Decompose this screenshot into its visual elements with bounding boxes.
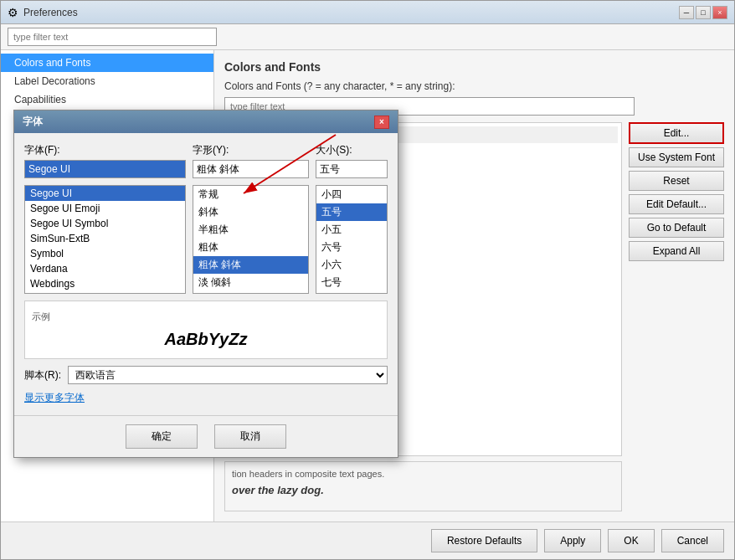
desc-text: tion headers in composite text pages. — [232, 469, 384, 479]
style-semi-bold-oblique[interactable]: 半粗体 倾斜 — [193, 291, 308, 294]
sidebar-item-colors-fonts[interactable]: Colors and Fonts — [1, 54, 213, 72]
font-style-col: 字形(Y): — [193, 143, 309, 178]
font-size-col: 大小(S): — [316, 143, 388, 178]
maximize-button[interactable]: □ — [696, 6, 711, 19]
go-to-default-button[interactable]: Go to Default — [629, 218, 724, 238]
reset-button[interactable]: Reset — [629, 171, 724, 191]
apply-button[interactable]: Apply — [544, 529, 601, 552]
bottom-buttons: Restore Defaults Apply OK Cancel — [1, 521, 734, 559]
size-small5[interactable]: 小五 — [316, 221, 387, 239]
font-dialog-ok-button[interactable]: 确定 — [126, 424, 198, 449]
edit-button[interactable]: Edit... — [629, 122, 724, 144]
font-style-label: 字形(Y): — [193, 143, 309, 157]
minimize-button[interactable]: ─ — [679, 6, 694, 19]
list-item-verdana[interactable]: Verdana — [25, 261, 185, 276]
font-dialog-buttons: 确定 取消 — [14, 415, 398, 457]
list-item-simsun-extb[interactable]: SimSun-ExtB — [25, 231, 185, 246]
font-size-list-col: 小四 五号 小五 六号 小六 七号 八号 — [316, 185, 388, 294]
search-bar — [1, 24, 734, 50]
font-dialog-titlebar: 字体 × — [14, 110, 398, 133]
cancel-button[interactable]: Cancel — [661, 529, 724, 552]
font-style-input[interactable] — [193, 160, 309, 178]
font-dialog-cancel-button[interactable]: 取消 — [214, 424, 286, 449]
sidebar-item-label-decorations[interactable]: Label Decorations — [1, 72, 213, 90]
font-lists-row: Segoe UI Segoe UI Emoji Segoe UI Symbol … — [24, 185, 388, 294]
restore-defaults-button[interactable]: Restore Defaults — [431, 529, 537, 552]
window-title: Preferences — [23, 7, 78, 18]
style-light-oblique[interactable]: 淡 倾斜 — [193, 274, 308, 291]
style-regular[interactable]: 常规 — [193, 186, 308, 203]
title-bar-buttons: ─ □ × — [679, 6, 727, 19]
font-script-select[interactable]: 西欧语言 — [68, 366, 388, 384]
font-style-list-col: 常规 斜体 半粗体 粗体 粗体 斜体 淡 倾斜 半粗体 倾斜 — [193, 185, 309, 294]
right-action-buttons: Edit... Use System Font Reset Edit Defau… — [629, 122, 724, 511]
font-dialog-title-text: 字体 — [23, 115, 43, 129]
font-dialog-body: 字体(F): 字形(Y): 大小(S): Segoe UI — [14, 133, 398, 415]
expand-all-button[interactable]: Expand All — [629, 241, 724, 261]
font-headers-row: 字体(F): 字形(Y): 大小(S): — [24, 143, 388, 178]
font-preview-box: 示例 AaBbYyZz — [24, 301, 388, 359]
list-item-symbol[interactable]: Symbol — [25, 246, 185, 261]
font-size-list[interactable]: 小四 五号 小五 六号 小六 七号 八号 — [316, 185, 388, 294]
preview-sample-text: AaBbYyZz — [165, 330, 248, 349]
title-bar-left: ⚙ Preferences — [8, 6, 78, 19]
list-item-segoe-ui[interactable]: Segoe UI — [25, 186, 185, 201]
font-script-label: 脚本(R): — [24, 368, 61, 383]
font-size-label: 大小(S): — [316, 143, 388, 157]
font-dialog-close-button[interactable]: × — [374, 116, 389, 129]
title-bar: ⚙ Preferences ─ □ × — [1, 1, 734, 24]
panel-title: Colors and Fonts — [224, 60, 724, 74]
panel-subtitle: Colors and Fonts (? = any character, * =… — [224, 80, 724, 92]
show-more-fonts-link[interactable]: 显示更多字体 — [24, 391, 388, 405]
description-area: tion headers in composite text pages. ov… — [224, 461, 622, 511]
font-size-input[interactable] — [316, 160, 388, 178]
close-button[interactable]: × — [712, 6, 727, 19]
font-script-row: 脚本(R): 西欧语言 — [24, 366, 388, 384]
search-input[interactable] — [8, 28, 217, 46]
style-semi-bold[interactable]: 半粗体 — [193, 221, 308, 239]
main-window: ⚙ Preferences ─ □ × Colors and Fonts Lab… — [0, 0, 735, 560]
font-family-list-col: Segoe UI Segoe UI Emoji Segoe UI Symbol … — [24, 185, 186, 294]
size-5[interactable]: 五号 — [316, 203, 387, 221]
edit-default-button[interactable]: Edit Default... — [629, 194, 724, 214]
size-8[interactable]: 八号 — [316, 291, 387, 294]
font-dialog: 字体 × 字体(F): 字形(Y): 大小(S): — [13, 110, 398, 458]
ok-button[interactable]: OK — [608, 529, 654, 552]
app-icon: ⚙ — [8, 6, 18, 19]
preview-label: 示例 — [32, 311, 50, 323]
style-italic[interactable]: 斜体 — [193, 203, 308, 221]
size-small4[interactable]: 小四 — [316, 186, 387, 203]
list-item-webdings[interactable]: Webdings — [25, 276, 185, 291]
size-6[interactable]: 六号 — [316, 239, 387, 256]
font-family-list[interactable]: Segoe UI Segoe UI Emoji Segoe UI Symbol … — [24, 185, 186, 294]
sidebar-item-capabilities[interactable]: Capabilities — [1, 90, 213, 109]
style-bold[interactable]: 粗体 — [193, 239, 308, 256]
preview-text: over the lazy dog. — [232, 484, 614, 496]
use-system-font-button[interactable]: Use System Font — [629, 147, 724, 167]
font-style-list[interactable]: 常规 斜体 半粗体 粗体 粗体 斜体 淡 倾斜 半粗体 倾斜 — [193, 185, 309, 294]
font-family-col: 字体(F): — [24, 143, 186, 178]
size-7[interactable]: 七号 — [316, 274, 387, 291]
font-family-input[interactable] — [24, 160, 186, 178]
list-item-segoe-ui-symbol[interactable]: Segoe UI Symbol — [25, 216, 185, 231]
font-family-label: 字体(F): — [24, 143, 186, 157]
style-bold-italic[interactable]: 粗体 斜体 — [193, 256, 308, 274]
size-small6[interactable]: 小六 — [316, 256, 387, 274]
list-item-segoe-ui-emoji[interactable]: Segoe UI Emoji — [25, 201, 185, 216]
